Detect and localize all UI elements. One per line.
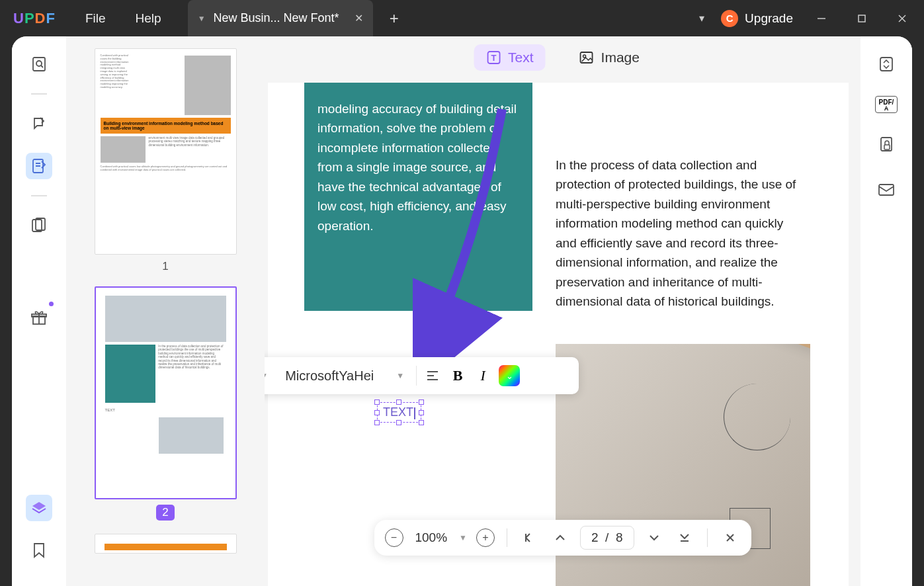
chevron-down-icon: ⌄ xyxy=(506,371,513,381)
thumbnail-page-3[interactable] xyxy=(95,534,237,554)
layers-tool[interactable] xyxy=(26,495,52,521)
image-tab-label: Image xyxy=(601,50,640,65)
thumbnail-page-1[interactable]: Combined with practical cases the buildi… xyxy=(95,48,237,255)
title-bar: UPDF File Help ▼ New Busin... New Font* … xyxy=(0,0,924,36)
svg-point-5 xyxy=(36,61,42,66)
convert-tool[interactable] xyxy=(873,51,900,77)
menu-file[interactable]: File xyxy=(85,11,106,26)
text-tool-tab[interactable]: T Text xyxy=(474,44,546,71)
bookmark-tool[interactable] xyxy=(26,537,52,564)
next-page-button[interactable] xyxy=(644,527,665,548)
zoom-out-button[interactable]: − xyxy=(384,528,403,547)
first-page-button[interactable] xyxy=(519,527,540,548)
new-tab-button[interactable]: + xyxy=(390,9,399,28)
pdfa-tool[interactable]: PDF/A xyxy=(875,96,898,113)
rail-separator xyxy=(31,93,47,95)
svg-rect-4 xyxy=(33,58,45,71)
font-family-dropdown[interactable]: MicrosoftYaHei ▼ xyxy=(280,368,409,384)
chevron-down-icon: ▼ xyxy=(265,371,268,380)
share-tool[interactable] xyxy=(873,177,900,203)
page-indicator[interactable]: 2 / 8 xyxy=(580,526,634,550)
thumb1-label: 1 xyxy=(162,260,168,273)
zoom-in-button[interactable]: + xyxy=(476,528,495,547)
svg-text:T: T xyxy=(491,53,496,63)
svg-rect-27 xyxy=(879,185,894,195)
font-toolbar: 12 ▼ MicrosoftYaHei ▼ B I ⌄ xyxy=(265,357,579,394)
thumb2-label: 2 xyxy=(156,505,174,521)
text-tab-label: Text xyxy=(508,50,534,65)
page-nav-bar: − 100% ▼ + 2 / 8 xyxy=(374,520,751,556)
svg-rect-1 xyxy=(859,15,865,22)
image-icon xyxy=(579,50,595,65)
tab-dropdown-icon[interactable]: ▼ xyxy=(198,14,206,23)
left-tool-rail xyxy=(12,36,66,586)
align-button[interactable] xyxy=(423,366,442,385)
italic-button[interactable]: I xyxy=(474,366,492,385)
close-nav-button[interactable] xyxy=(720,527,741,548)
thumbnail-panel: Combined with practical cases the buildi… xyxy=(66,36,265,586)
text-color-button[interactable]: ⌄ xyxy=(499,365,520,386)
bold-button[interactable]: B xyxy=(448,366,467,385)
svg-line-6 xyxy=(41,65,43,67)
prev-page-button[interactable] xyxy=(550,527,571,548)
tab-title: New Busin... New Font* xyxy=(214,11,345,25)
text-edit-box[interactable]: TEXT xyxy=(377,402,421,423)
text-icon: T xyxy=(485,50,501,65)
comment-tool[interactable] xyxy=(26,110,52,137)
gift-tool[interactable] xyxy=(26,304,52,331)
svg-point-18 xyxy=(583,55,586,58)
canvas-area: T Text Image modeling accuracy of buildi… xyxy=(265,36,861,586)
thumb2-small-text: TEXT xyxy=(105,408,226,412)
user-avatar[interactable]: C xyxy=(721,10,738,27)
tabs-overflow-icon[interactable]: ▾ xyxy=(699,12,704,24)
right-tool-rail: PDF/A xyxy=(861,36,912,586)
zoom-level[interactable]: 100% xyxy=(412,530,450,545)
protect-tool[interactable] xyxy=(873,132,900,158)
edit-tool[interactable] xyxy=(26,153,52,179)
rail-separator xyxy=(31,195,47,196)
app-body: Combined with practical cases the buildi… xyxy=(12,36,912,586)
inserted-text[interactable]: TEXT xyxy=(383,405,413,419)
document-tab[interactable]: ▼ New Busin... New Font* ✕ xyxy=(188,0,373,36)
document-page[interactable]: modeling accuracy of building detail inf… xyxy=(268,83,849,586)
reader-tool[interactable] xyxy=(26,51,52,77)
last-page-button[interactable] xyxy=(674,527,695,548)
organize-tool[interactable] xyxy=(26,212,52,239)
menu-help[interactable]: Help xyxy=(136,11,161,26)
thumbnail-page-2[interactable]: In the process of data collection and pr… xyxy=(95,286,237,499)
tab-close-icon[interactable]: ✕ xyxy=(355,12,363,24)
thumb1-title: Building environment information modelin… xyxy=(101,118,231,134)
image-tool-tab[interactable]: Image xyxy=(567,44,651,71)
chevron-down-icon: ▼ xyxy=(396,371,404,380)
window-maximize-icon[interactable] xyxy=(850,7,874,30)
zoom-dropdown-icon[interactable]: ▼ xyxy=(459,533,467,542)
body-text-block[interactable]: In the process of data collection and pr… xyxy=(556,155,800,312)
teal-text-block[interactable]: modeling accuracy of building detail inf… xyxy=(304,83,532,311)
font-size-dropdown[interactable]: 12 ▼ xyxy=(265,368,273,384)
app-logo: UPDF xyxy=(13,10,56,27)
window-minimize-icon[interactable] xyxy=(810,7,833,30)
upgrade-button[interactable]: Upgrade xyxy=(745,11,793,26)
svg-rect-26 xyxy=(884,145,890,149)
window-close-icon[interactable] xyxy=(890,7,914,30)
